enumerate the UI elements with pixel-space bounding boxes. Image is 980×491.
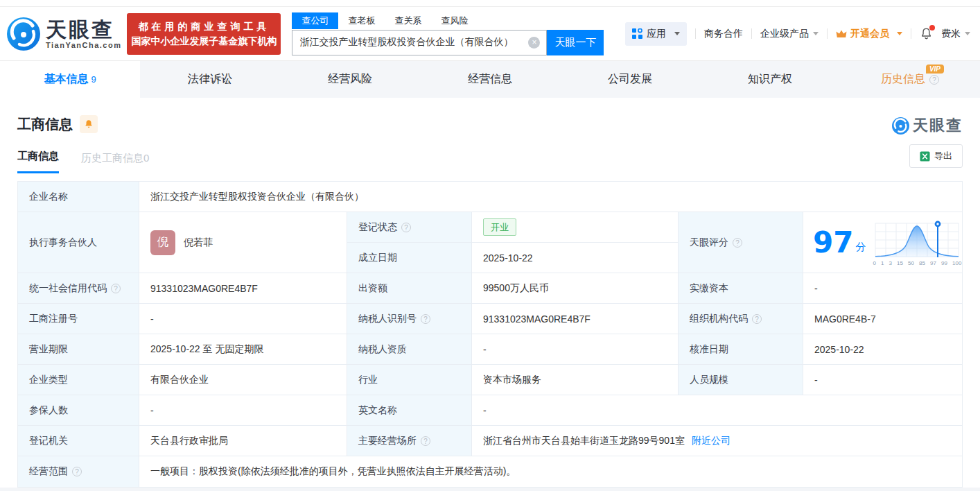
- question-icon: ?: [929, 75, 939, 85]
- enterprise-products-label: 企业级产品: [760, 28, 809, 40]
- table-row: 企业类型 有限合伙企业 行业 资本市场服务 人员规模 -: [18, 365, 962, 395]
- tab-count: 9: [91, 74, 96, 85]
- executive-partner-value: 倪 倪若菲: [139, 212, 347, 273]
- company-type-value: 有限合伙企业: [139, 365, 347, 395]
- apps-grid-icon: [632, 28, 642, 39]
- brand-slogan-banner: 都在用的商业查询工具 国家中小企业发展子基金旗下机构: [127, 13, 281, 55]
- link-enterprise-products[interactable]: 企业级产品: [760, 28, 819, 40]
- capital-value: 99500万人民币: [472, 273, 679, 303]
- field-label: 登记机关: [18, 426, 139, 456]
- org-code-value: MAG0RE4B-7: [803, 304, 962, 334]
- status-badge: 开业: [483, 218, 516, 236]
- english-name-value: -: [472, 395, 962, 425]
- notification-bell[interactable]: [920, 27, 933, 40]
- nearby-companies-link[interactable]: 附近公司: [692, 435, 730, 447]
- tab-basic-info[interactable]: 基本信息 9: [0, 61, 140, 98]
- subscribe-bell-button[interactable]: [80, 115, 98, 133]
- staff-size-value: -: [803, 365, 962, 395]
- crown-icon: [836, 29, 847, 39]
- chevron-down-icon: [813, 32, 819, 35]
- top-divider: [0, 0, 980, 7]
- field-label: 营业期限: [18, 334, 139, 364]
- user-menu[interactable]: 费米: [941, 28, 970, 40]
- table-row: 经营范围 ? 一般项目：股权投资(除依法须经批准的项目外，凭营业执照依法自主开展…: [18, 456, 962, 488]
- brand-name: 天眼查: [46, 19, 121, 41]
- question-icon: ?: [752, 314, 762, 324]
- field-label: 天眼评分 ?: [679, 212, 803, 273]
- field-label: 核准日期: [679, 334, 803, 364]
- field-label: 登记状态 ?: [347, 212, 472, 242]
- header-nav: 应用 商务合作 企业级产品 开通会员 费米: [625, 22, 970, 46]
- tab-legal-proceedings[interactable]: 法律诉讼: [140, 61, 280, 98]
- tab-intellectual-property[interactable]: 知识产权: [700, 61, 840, 98]
- approval-date-value: 2025-10-22: [803, 334, 962, 364]
- excel-icon: [920, 151, 930, 162]
- subtab-history-business-info[interactable]: 历史工商信息0: [81, 152, 149, 173]
- header: 天眼查 TianYanCha.com 都在用的商业查询工具 国家中小企业发展子基…: [0, 7, 980, 60]
- paid-capital-value: -: [803, 273, 962, 303]
- main-tabs: 基本信息 9 法律诉讼 经营风险 经营信息 公司发展 知识产权 VIP 历史信息…: [0, 60, 980, 98]
- field-label: 企业类型: [18, 365, 139, 395]
- score-number: 97: [813, 228, 853, 257]
- table-row: 工商注册号 - 纳税人识别号 ? 91331023MAG0RE4B7F 组织机构…: [18, 304, 962, 334]
- search-input[interactable]: [292, 30, 547, 55]
- brand-domain: TianYanCha.com: [46, 41, 121, 49]
- business-term-value: 2025-10-22 至 无固定期限: [139, 334, 347, 364]
- tab-label: 经营风险: [328, 72, 372, 87]
- slogan-line1: 都在用的商业查询工具: [131, 19, 277, 34]
- apps-button[interactable]: 应用: [625, 22, 687, 46]
- question-icon: ?: [111, 284, 121, 293]
- taxpayer-id-value: 91331023MAG0RE4B7F: [472, 304, 679, 334]
- field-label: 组织机构代码 ?: [679, 304, 803, 334]
- field-label: 纳税人识别号 ?: [347, 304, 472, 334]
- divider: [751, 28, 752, 39]
- field-label: 工商注册号: [18, 304, 139, 334]
- divider: [695, 28, 696, 39]
- chevron-down-icon: [965, 32, 970, 35]
- divider: [827, 28, 828, 39]
- slogan-line2: 国家中小企业发展子基金旗下机构: [131, 34, 277, 49]
- table-row: 统一社会信用代码 ? 91331023MAG0RE4B7F 出资额 99500万…: [18, 273, 962, 304]
- chevron-down-icon: [897, 32, 902, 35]
- tab-label: 基本信息: [44, 72, 88, 87]
- field-label: 成立日期: [347, 243, 472, 273]
- table-row: 参保人数 - 英文名称 -: [18, 395, 962, 426]
- search-button[interactable]: 天眼一下: [547, 30, 604, 55]
- taxpayer-quality-value: -: [472, 334, 679, 364]
- tab-company-development[interactable]: 公司发展: [560, 61, 700, 98]
- business-info-table: 企业名称 浙江交投产业转型股权投资合伙企业（有限合伙） 执行事务合伙人 倪 倪若…: [17, 181, 963, 488]
- tab-history-info[interactable]: VIP 历史信息 ?: [840, 61, 980, 98]
- export-button[interactable]: 导出: [909, 144, 963, 168]
- divider: [911, 28, 911, 39]
- tab-label: 法律诉讼: [188, 72, 232, 87]
- clear-icon[interactable]: ×: [528, 37, 540, 49]
- search-tab-risk[interactable]: 查风险: [431, 12, 478, 29]
- page-bottom-strip: [0, 488, 980, 491]
- partner-name-link[interactable]: 倪若菲: [184, 236, 213, 249]
- score-distribution-chart: 0131550859799100: [873, 219, 961, 266]
- registration-authority-value: 天台县行政审批局: [139, 426, 347, 456]
- question-icon: ?: [733, 238, 742, 248]
- tab-label: 历史信息: [881, 72, 925, 87]
- vip-membership-link[interactable]: 开通会员: [836, 28, 902, 40]
- avatar[interactable]: 倪: [150, 230, 175, 255]
- insured-count-value: -: [139, 395, 347, 425]
- search-area: 查公司 查老板 查关系 查风险 × 天眼一下: [292, 12, 604, 55]
- link-business-cooperation[interactable]: 商务合作: [704, 28, 743, 40]
- brand-logo[interactable]: 天眼查 TianYanCha.com: [7, 17, 121, 51]
- registration-number-value: -: [139, 304, 347, 334]
- field-label: 行业: [347, 365, 472, 395]
- table-row: 企业名称 浙江交投产业转型股权投资合伙企业（有限合伙）: [18, 182, 962, 212]
- search-tab-relation[interactable]: 查关系: [385, 12, 431, 29]
- tab-operation-risk[interactable]: 经营风险: [280, 61, 420, 98]
- search-tab-boss[interactable]: 查老板: [338, 12, 385, 29]
- notification-dot: [929, 25, 935, 31]
- search-tabs: 查公司 查老板 查关系 查风险: [292, 12, 604, 29]
- tab-operation-info[interactable]: 经营信息: [420, 61, 560, 98]
- score-axis-ticks: 0131550859799100: [873, 260, 961, 266]
- search-tab-company[interactable]: 查公司: [292, 12, 338, 29]
- question-icon: ?: [401, 223, 411, 232]
- subtab-business-info[interactable]: 工商信息: [17, 150, 59, 173]
- question-icon: ?: [421, 436, 430, 446]
- tianyan-score-value[interactable]: 97 分: [803, 212, 965, 273]
